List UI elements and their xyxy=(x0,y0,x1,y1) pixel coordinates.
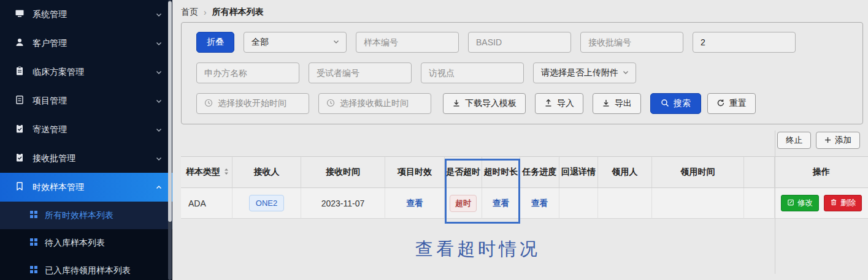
filter-row-2: 请选择是否上传附件 xyxy=(196,62,856,83)
annotation-text: 查看超时情况 xyxy=(181,237,775,262)
sidebar-submenu: 所有时效样本列表 待入库样本列表 已入库待领用样本列表 xyxy=(0,202,172,280)
add-button[interactable]: 添加 xyxy=(816,132,860,149)
terminate-button[interactable]: 终止 xyxy=(777,132,811,149)
sidebar-item-label: 临床方案管理 xyxy=(33,67,84,78)
sidebar-item-label: 客户管理 xyxy=(33,38,67,49)
sidebar-item-label: 时效样本管理 xyxy=(33,182,84,193)
breadcrumb-separator: › xyxy=(204,7,207,17)
sponsor-input[interactable] xyxy=(196,62,299,83)
export-button[interactable]: 导出 xyxy=(593,93,641,114)
user-icon xyxy=(15,37,25,49)
sidebar-scrollbar[interactable] xyxy=(168,0,172,280)
sidebar-item-label: 寄送管理 xyxy=(33,124,67,135)
col-header-sample-type: 样本类型 xyxy=(181,156,232,188)
receive-end-time-picker[interactable]: 选择接收截止时间 xyxy=(318,93,431,114)
clock-icon xyxy=(326,99,335,109)
cell-spacer xyxy=(744,188,775,219)
filter-panel: 折叠 全部 请选择是否上传附件 xyxy=(181,22,863,124)
sidebar-scrollbar-thumb[interactable] xyxy=(168,1,172,222)
main-content: 首页 › 所有样本列表 折叠 全部 xyxy=(172,0,868,280)
chevron-up-icon xyxy=(155,184,163,191)
sidebar-item-receiving-batch-mgmt[interactable]: 接收批管理 xyxy=(0,144,172,173)
search-icon xyxy=(661,99,669,109)
batch-code-input[interactable] xyxy=(580,32,683,53)
col-header-label: 样本类型 xyxy=(186,167,220,178)
timeout-duration-view-link[interactable]: 查看 xyxy=(493,198,509,209)
sidebar-subitem-pending-storage-samples[interactable]: 待入库样本列表 xyxy=(0,229,172,257)
refresh-icon xyxy=(716,99,725,109)
sidebar-subitem-all-aging-samples[interactable]: 所有时效样本列表 xyxy=(0,202,172,229)
receiver-tag[interactable]: ONE2 xyxy=(249,195,284,211)
import-label: 导入 xyxy=(557,98,574,109)
chevron-down-icon xyxy=(622,68,629,78)
breadcrumb-home[interactable]: 首页 xyxy=(181,7,198,18)
breadcrumb-current: 所有样本列表 xyxy=(212,7,264,18)
cell-sample-type: ADA xyxy=(181,188,232,219)
batch-value-input[interactable] xyxy=(693,32,796,53)
col-header-claimer: 领用人 xyxy=(598,156,652,188)
cell-task-progress: 查看 xyxy=(520,188,559,219)
download-icon xyxy=(452,99,461,109)
basid-input[interactable] xyxy=(468,32,571,53)
chevron-down-icon xyxy=(155,69,163,76)
sidebar: 系统管理 客户管理 临床方案管理 项目管理 寄送管理 接收批管理 xyxy=(0,0,172,280)
upload-icon xyxy=(544,99,553,109)
cell-is-timeout: 超时 xyxy=(445,188,482,219)
modify-button[interactable]: 修改 xyxy=(781,195,819,211)
receive-start-time-picker[interactable]: 选择接收开始时间 xyxy=(196,93,309,114)
col-header-actions: 操作 xyxy=(775,156,868,188)
receive-start-time-placeholder: 选择接收开始时间 xyxy=(218,98,286,109)
chevron-down-icon xyxy=(155,155,163,162)
delete-button[interactable]: 删除 xyxy=(824,195,862,211)
clipboard-icon xyxy=(15,66,25,78)
task-progress-view-link[interactable]: 查看 xyxy=(531,198,548,209)
col-header-receive-time: 接收时间 xyxy=(301,156,385,188)
sidebar-subitem-label: 待入库样本列表 xyxy=(45,238,105,249)
sort-icon[interactable] xyxy=(223,167,229,178)
sidebar-subitem-stored-pending-claim-samples[interactable]: 已入库待领用样本列表 xyxy=(0,257,172,280)
plus-icon xyxy=(824,136,831,145)
col-header-rollback-details: 回退详情 xyxy=(559,156,598,188)
sample-type-select[interactable]: 全部 xyxy=(244,32,347,53)
breadcrumb: 首页 › 所有样本列表 xyxy=(181,5,863,20)
download-template-label: 下载导入模板 xyxy=(465,98,517,109)
chevron-down-icon xyxy=(155,11,163,18)
clipboard-check-icon xyxy=(15,124,25,135)
collapse-button[interactable]: 折叠 xyxy=(196,32,234,53)
sidebar-item-project-mgmt[interactable]: 项目管理 xyxy=(0,86,172,115)
modify-label: 修改 xyxy=(797,198,813,208)
subject-code-input[interactable] xyxy=(309,62,412,83)
table-toolbar: 终止 添加 xyxy=(181,131,868,149)
cell-receive-time: 2023-11-07 xyxy=(301,188,385,219)
cell-claim-time xyxy=(652,188,744,219)
project-aging-view-link[interactable]: 查看 xyxy=(407,198,423,209)
sidebar-item-customer-mgmt[interactable]: 客户管理 xyxy=(0,29,172,58)
cell-actions: 修改 删除 xyxy=(775,188,868,219)
table-section: 终止 添加 样本类型 接收人 接收时间 项目时效 是否超时 超时时长 任务进度 … xyxy=(181,131,868,274)
reset-button[interactable]: 重置 xyxy=(707,93,756,114)
chevron-down-icon xyxy=(155,97,163,105)
download-template-button[interactable]: 下载导入模板 xyxy=(443,93,526,114)
app-window: 系统管理 客户管理 临床方案管理 项目管理 寄送管理 接收批管理 xyxy=(0,0,868,280)
sidebar-item-label: 系统管理 xyxy=(33,9,67,20)
sidebar-item-system-mgmt[interactable]: 系统管理 xyxy=(0,0,172,29)
search-button[interactable]: 搜索 xyxy=(650,93,701,114)
col-header-receiver: 接收人 xyxy=(232,156,301,188)
import-button[interactable]: 导入 xyxy=(535,93,583,114)
clipboard-check-icon xyxy=(15,153,25,164)
sidebar-item-clinical-protocol-mgmt[interactable]: 临床方案管理 xyxy=(0,58,172,86)
add-label: 添加 xyxy=(835,135,851,146)
sidebar-item-shipping-mgmt[interactable]: 寄送管理 xyxy=(0,115,172,144)
filter-row-3: 选择接收开始时间 选择接收截止时间 下载导入模板 导入 导出 xyxy=(196,93,856,114)
trash-icon xyxy=(830,199,837,208)
sample-code-input[interactable] xyxy=(356,32,459,53)
cell-timeout-duration: 查看 xyxy=(482,188,520,219)
visit-point-input[interactable] xyxy=(421,62,524,83)
chevron-down-icon xyxy=(155,126,163,134)
col-header-is-timeout: 是否超时 xyxy=(445,156,482,188)
grid-icon xyxy=(29,238,38,248)
cell-receiver: ONE2 xyxy=(232,188,301,219)
sidebar-subitem-label: 所有时效样本列表 xyxy=(45,210,113,221)
attachment-select[interactable]: 请选择是否上传附件 xyxy=(533,62,636,83)
sidebar-item-aging-sample-mgmt[interactable]: 时效样本管理 xyxy=(0,173,172,202)
